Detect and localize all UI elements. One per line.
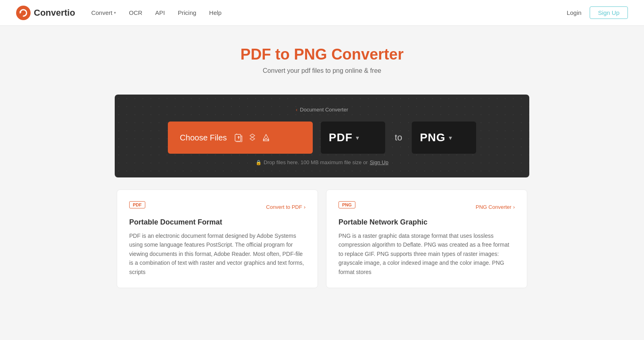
pdf-badge: PDF <box>129 201 145 208</box>
png-card-title: Portable Network Graphic <box>339 218 515 227</box>
page-title: PDF to PNG Converter <box>8 46 636 63</box>
chevron-right-icon: › <box>304 204 305 210</box>
to-format-chevron-icon: ▾ <box>449 134 452 142</box>
converter-box: ‹ Document Converter Choose Files <box>115 95 529 177</box>
breadcrumb: ‹ Document Converter <box>131 107 513 113</box>
from-format-selector[interactable]: PDF ▾ <box>321 122 385 154</box>
svg-rect-1 <box>235 134 241 141</box>
drop-hint-text: Drop files here. 100 MB maximum file siz… <box>264 159 368 165</box>
converter-section: ‹ Document Converter Choose Files <box>0 87 644 177</box>
nav-api[interactable]: API <box>155 9 165 16</box>
logo-text: Convertio <box>34 8 75 18</box>
signup-button[interactable]: Sign Up <box>590 6 628 19</box>
header: Convertio Convert ▾ OCR API Pricing Help… <box>0 0 644 26</box>
lock-icon: 🔒 <box>256 160 262 165</box>
pdf-card-header: PDF Convert to PDF › <box>129 201 305 212</box>
to-format-selector[interactable]: PNG ▾ <box>412 122 476 154</box>
upload-icon <box>234 133 243 142</box>
breadcrumb-text: Document Converter <box>300 107 348 113</box>
dropbox-icon <box>248 133 257 142</box>
pdf-card-title: Portable Document Format <box>129 218 305 227</box>
login-button[interactable]: Login <box>567 9 582 16</box>
info-section: PDF Convert to PDF › Portable Document F… <box>0 177 644 300</box>
to-format-label: PNG <box>420 131 446 144</box>
logo-icon <box>16 6 31 20</box>
hero-section: PDF to PNG Converter Convert your pdf fi… <box>0 26 644 87</box>
chevron-right-icon: › <box>513 204 515 210</box>
converter-controls: Choose Files <box>131 122 513 154</box>
nav-help[interactable]: Help <box>209 9 222 16</box>
logo[interactable]: Convertio <box>16 6 75 20</box>
to-separator: to <box>393 132 404 143</box>
file-icons <box>234 133 270 142</box>
png-badge: PNG <box>339 201 355 208</box>
svg-point-0 <box>16 6 31 20</box>
google-drive-icon <box>262 133 270 142</box>
chevron-down-icon: ▾ <box>114 10 116 15</box>
drop-hint: 🔒 Drop files here. 100 MB maximum file s… <box>131 159 513 165</box>
from-format-label: PDF <box>329 131 353 144</box>
nav-ocr[interactable]: OCR <box>129 9 142 16</box>
png-info-card: PNG PNG Converter › Portable Network Gra… <box>326 190 527 288</box>
png-converter-link[interactable]: PNG Converter › <box>476 204 515 210</box>
nav-convert[interactable]: Convert ▾ <box>91 9 116 16</box>
pdf-info-card: PDF Convert to PDF › Portable Document F… <box>117 190 318 288</box>
header-actions: Login Sign Up <box>567 6 628 19</box>
choose-files-label: Choose Files <box>180 133 227 142</box>
png-card-text: PNG is a raster graphic data storage for… <box>339 231 515 276</box>
hero-subtitle: Convert your pdf files to png online & f… <box>8 67 636 74</box>
convert-to-pdf-link[interactable]: Convert to PDF › <box>266 204 305 210</box>
main-nav: Convert ▾ OCR API Pricing Help <box>91 9 567 16</box>
nav-pricing[interactable]: Pricing <box>178 9 196 16</box>
pdf-card-text: PDF is an electronic document format des… <box>129 231 305 276</box>
breadcrumb-chevron-icon: ‹ <box>296 107 297 113</box>
from-format-chevron-icon: ▾ <box>356 134 359 142</box>
signup-link[interactable]: Sign Up <box>370 159 388 165</box>
png-card-header: PNG PNG Converter › <box>339 201 515 212</box>
choose-files-button[interactable]: Choose Files <box>168 122 313 154</box>
